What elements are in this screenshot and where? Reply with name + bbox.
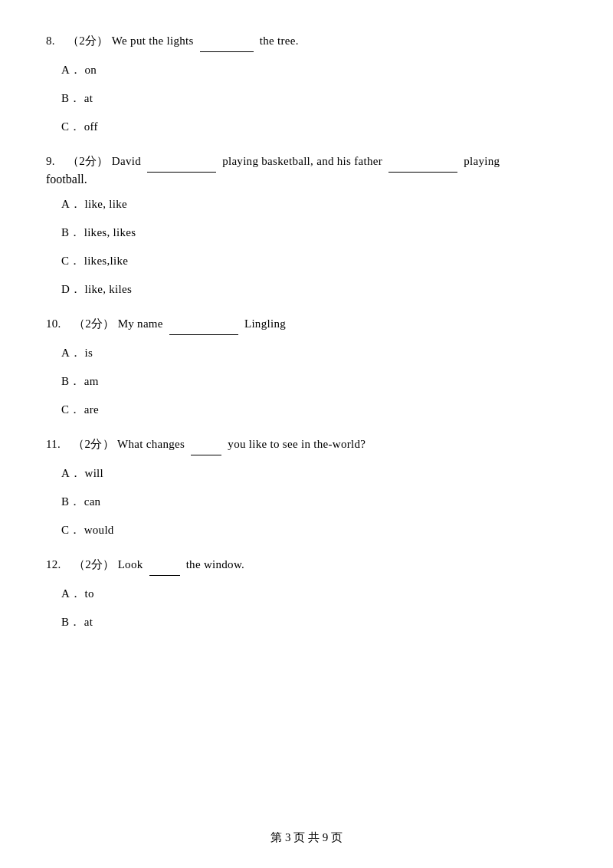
q10-text-a: is bbox=[85, 347, 93, 359]
q11-number: 11. bbox=[46, 438, 61, 450]
q9-text-d: like, kiles bbox=[85, 283, 133, 295]
q11-blank bbox=[191, 434, 221, 455]
q8-option-c: C． off bbox=[61, 117, 567, 137]
q8-text-a: on bbox=[85, 64, 97, 76]
q8-text-after: the tree. bbox=[260, 35, 299, 47]
q10-label-b: B． bbox=[61, 375, 81, 387]
q9-option-d: D． like, kiles bbox=[61, 279, 567, 300]
q11-text-after: you like to see in the-world? bbox=[228, 438, 366, 450]
q12-text-after: the window. bbox=[186, 558, 244, 570]
q8-label-b: B． bbox=[61, 92, 81, 104]
q11-text-b: can bbox=[84, 495, 101, 508]
q9-label-b: B． bbox=[61, 226, 81, 238]
q9-label-c: C． bbox=[61, 255, 81, 267]
q8-blank bbox=[200, 31, 254, 52]
q11-label-a: A． bbox=[61, 467, 81, 479]
question-10: 10. （2分） My name Lingling A． is B． am C．… bbox=[46, 314, 567, 420]
q10-number: 10. bbox=[46, 317, 61, 330]
q10-option-c: C． are bbox=[61, 399, 567, 420]
q10-option-b: B． am bbox=[61, 371, 567, 392]
q9-text-middle1: playing basketball, and his father bbox=[222, 155, 382, 167]
q9-text-c: likes,like bbox=[84, 255, 129, 267]
q11-option-b: B． can bbox=[61, 492, 567, 512]
q8-text-b: at bbox=[84, 92, 93, 104]
q11-option-a: A． will bbox=[61, 463, 567, 484]
q10-text-before: My name bbox=[118, 317, 163, 330]
question-8: 8. （2分） We put the lights the tree. A． o… bbox=[46, 31, 567, 137]
q12-option-b: B． at bbox=[61, 612, 567, 633]
q9-line2: football. bbox=[46, 173, 567, 186]
q10-text-b: am bbox=[84, 375, 99, 387]
q8-option-b: B． at bbox=[61, 88, 567, 109]
q11-text-before: What changes bbox=[117, 438, 185, 450]
q9-text-before: David bbox=[112, 155, 141, 167]
q9-blank2 bbox=[388, 151, 457, 173]
q8-text-c: off bbox=[84, 120, 98, 133]
q12-option-a: A． to bbox=[61, 584, 567, 604]
q9-option-a: A． like, like bbox=[61, 194, 567, 215]
question-9: 9. （2分） David playing basketball, and hi… bbox=[46, 151, 567, 300]
q9-number: 9. bbox=[46, 155, 55, 167]
page-footer: 第 3 页 共 9 页 bbox=[0, 830, 613, 845]
q10-text-after: Lingling bbox=[244, 317, 286, 330]
q11-text-c: would bbox=[84, 524, 114, 536]
q9-label-a: A． bbox=[61, 198, 81, 210]
q11-text-a: will bbox=[85, 467, 104, 479]
q10-blank bbox=[169, 314, 238, 335]
question-12-title: 12. （2分） Look the window. bbox=[46, 554, 567, 576]
q9-text-a: like, like bbox=[85, 198, 128, 210]
question-9-title: 9. （2分） David playing basketball, and hi… bbox=[46, 151, 567, 173]
question-11-title: 11. （2分） What changes you like to see in… bbox=[46, 434, 567, 455]
q11-label-b: B． bbox=[61, 495, 81, 508]
q10-text-c: are bbox=[84, 403, 99, 416]
q8-label-c: C． bbox=[61, 120, 81, 133]
q8-score: （2分） bbox=[67, 35, 109, 47]
q8-label-a: A． bbox=[61, 64, 81, 76]
q9-option-c: C． likes,like bbox=[61, 251, 567, 271]
q10-label-c: C． bbox=[61, 403, 81, 416]
q9-text-line2: football. bbox=[46, 173, 87, 186]
q12-number: 12. bbox=[46, 558, 61, 570]
q9-option-b: B． likes, likes bbox=[61, 222, 567, 243]
q9-score: （2分） bbox=[67, 155, 109, 167]
q8-option-a: A． on bbox=[61, 60, 567, 81]
q8-text-before: We put the lights bbox=[112, 35, 194, 47]
q12-score: （2分） bbox=[74, 558, 115, 570]
q12-text-b: at bbox=[84, 616, 93, 628]
q10-score: （2分） bbox=[74, 317, 115, 330]
q9-blank1 bbox=[147, 151, 216, 173]
q11-option-c: C． would bbox=[61, 520, 567, 541]
footer-text: 第 3 页 共 9 页 bbox=[270, 831, 343, 843]
q10-label-a: A． bbox=[61, 347, 81, 359]
q11-label-c: C． bbox=[61, 524, 81, 536]
q11-score: （2分） bbox=[73, 438, 114, 450]
question-10-title: 10. （2分） My name Lingling bbox=[46, 314, 567, 335]
q9-text-middle2: playing bbox=[464, 155, 500, 167]
question-11: 11. （2分） What changes you like to see in… bbox=[46, 434, 567, 541]
q9-label-d: D． bbox=[61, 283, 81, 295]
q12-blank bbox=[149, 554, 180, 576]
question-12: 12. （2分） Look the window. A． to B． at bbox=[46, 554, 567, 633]
q12-text-before: Look bbox=[118, 558, 143, 570]
q12-label-a: A． bbox=[61, 587, 81, 600]
q10-option-a: A． is bbox=[61, 343, 567, 363]
q12-label-b: B． bbox=[61, 616, 81, 628]
question-8-title: 8. （2分） We put the lights the tree. bbox=[46, 31, 567, 52]
exam-page: 8. （2分） We put the lights the tree. A． o… bbox=[0, 0, 613, 868]
q12-text-a: to bbox=[85, 587, 94, 600]
q8-number: 8. bbox=[46, 35, 55, 47]
q9-text-b: likes, likes bbox=[84, 226, 136, 238]
